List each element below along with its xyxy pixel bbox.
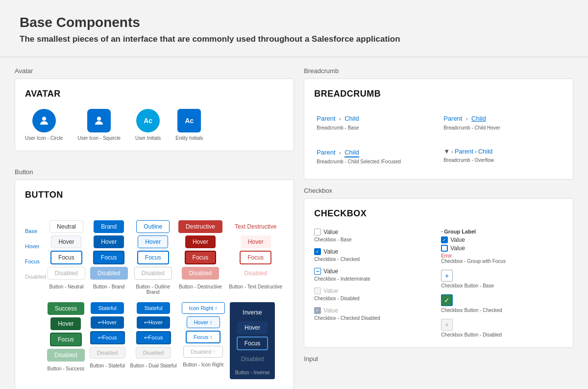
- checkbox-group-value-1: Value: [450, 236, 465, 243]
- input-section-label: Input: [304, 355, 573, 363]
- checkbox-button-checked[interactable]: ✓: [441, 294, 453, 306]
- btn-icon-right-hover[interactable]: Hover ↑: [187, 316, 220, 328]
- breadcrumb-card-title: BREADCRUMB: [314, 89, 563, 99]
- button-success-col: Success Hover Focus Disabled Button - Su…: [47, 302, 85, 371]
- btn-brand-focus[interactable]: Focus: [93, 251, 125, 264]
- btn-inverse-hover[interactable]: Hover: [237, 321, 268, 334]
- breadcrumb-parent-link-3[interactable]: Parent: [317, 149, 335, 156]
- btn-success-label: Button - Success: [48, 366, 85, 371]
- btn-inverse-label: Button - Inverse: [235, 370, 270, 375]
- btn-destructive-base[interactable]: Destructive: [178, 220, 222, 233]
- checkbox-checked-disabled-sublabel: Checkbox - Checked Disabled: [314, 315, 436, 321]
- breadcrumb-child-link-2[interactable]: Child: [471, 115, 486, 122]
- button-stateful-col: Stateful ↩Hover ↩Focus Disabled Button -…: [90, 302, 125, 368]
- breadcrumb-parent-link-4[interactable]: Parent: [455, 148, 473, 155]
- checkbox-left-col: Value Checkbox - Base ✓ Value Checkbox -…: [314, 229, 436, 337]
- input-section-label-wrapper: Input: [304, 355, 573, 363]
- checkbox-button-checked-sublabel: Checkbox Button - Checked: [441, 308, 563, 313]
- btn-text-dest-base[interactable]: Text Destructive: [227, 220, 284, 233]
- btn-stateful-hover[interactable]: ↩Hover: [91, 316, 124, 329]
- btn-stateful-disabled: Disabled: [90, 347, 125, 359]
- checkbox-card: CHECKBOX Value Checkbox - Base: [304, 198, 573, 348]
- btn-inverse-focus[interactable]: Focus: [237, 337, 269, 350]
- svg-point-0: [42, 117, 46, 121]
- btn-text-dest-focus[interactable]: Focus: [240, 251, 271, 264]
- btn-outline-base[interactable]: Outline: [136, 220, 170, 233]
- breadcrumb-child-hover-label: Breadcrumb - Child Hover: [443, 125, 561, 130]
- checkbox-group-sublabel: Checkbox - Group with Focus: [441, 259, 563, 264]
- page-title: Base Components: [20, 15, 568, 30]
- checkbox-group-checked[interactable]: ✓: [441, 236, 448, 243]
- avatar-item-initials: Ac User Initials: [135, 109, 161, 141]
- button-bottom-row: Success Hover Focus Disabled Button - Su…: [25, 302, 284, 379]
- btn-icon-right-focus[interactable]: Focus ↑: [186, 331, 220, 343]
- btn-success-base[interactable]: Success: [48, 302, 84, 315]
- checkbox-disabled-label: Value: [323, 287, 338, 294]
- btn-text-dest-hover[interactable]: Hover: [241, 235, 271, 248]
- btn-brand-disabled: Disabled: [90, 267, 128, 280]
- button-icon-right-col: Icon Right ↑ Hover ↑ Focus ↑ Disabled ↑ …: [182, 302, 225, 367]
- breadcrumb-base-label: Breadcrumb - Base: [317, 125, 434, 130]
- button-state-labels: Base Hover Focus Disabled: [25, 224, 43, 283]
- btn-stateful-base[interactable]: Stateful: [91, 302, 123, 314]
- btn-success-disabled: Disabled: [47, 349, 85, 362]
- btn-stateful-label: Button - Stateful: [90, 363, 125, 368]
- btn-icon-right-base[interactable]: Icon Right ↑: [182, 302, 225, 314]
- btn-destructive-disabled: Disabled: [182, 267, 220, 280]
- btn-icon-right-disabled: Disabled ↑: [183, 346, 223, 358]
- btn-neutral-base[interactable]: Neutral: [49, 220, 83, 233]
- btn-dual-stateful-disabled: Disabled: [136, 347, 172, 359]
- checkbox-base-label: Value: [323, 229, 338, 235]
- btn-success-focus[interactable]: Focus: [50, 333, 82, 346]
- button-destructive-col: Destructive Hover Focus Disabled Button …: [178, 210, 222, 289]
- page-header: Base Components The smallest pieces of a…: [0, 0, 588, 57]
- btn-destructive-hover[interactable]: Hover: [185, 235, 216, 248]
- state-focus: Focus: [25, 255, 43, 268]
- checkbox-group-value-2: Value: [450, 245, 465, 252]
- btn-inverse-base[interactable]: Inverse: [235, 306, 269, 319]
- button-top-row: Base Hover Focus Disabled Neutral Hover …: [25, 210, 284, 295]
- btn-dual-stateful-base[interactable]: Stateful: [137, 302, 170, 314]
- breadcrumb-overflow-label: Breadcrumb - Overflow: [443, 157, 561, 163]
- btn-text-dest-disabled: Disabled: [237, 267, 274, 280]
- checkbox-checked[interactable]: ✓: [314, 248, 321, 255]
- checkbox-disabled: [314, 287, 321, 294]
- checkbox-group-label: · Group Label: [441, 229, 563, 234]
- btn-success-hover[interactable]: Hover: [50, 317, 81, 330]
- checkbox-indeterminate[interactable]: −: [314, 268, 321, 275]
- breadcrumb-arrow-4: ›: [451, 149, 453, 155]
- breadcrumb-child-link-1[interactable]: Child: [344, 115, 359, 122]
- checkbox-group-error: Error: [441, 253, 563, 259]
- breadcrumb-arrow-2: ›: [466, 116, 468, 122]
- checkbox-button-base-item: + Checkbox Button - Base: [441, 270, 563, 288]
- breadcrumb-child-selected-link[interactable]: Child: [344, 149, 359, 157]
- checkbox-group-focused[interactable]: [441, 245, 448, 252]
- breadcrumb-parent-link-1[interactable]: Parent: [317, 115, 335, 122]
- checkbox-base[interactable]: [314, 229, 321, 235]
- checkbox-checked-item: ✓ Value Checkbox - Checked: [314, 248, 436, 262]
- breadcrumb-child-link-4[interactable]: Child: [478, 148, 493, 155]
- btn-outline-label: Button - Outline Brand: [133, 284, 173, 295]
- btn-brand-hover[interactable]: Hover: [94, 235, 124, 248]
- btn-neutral-focus[interactable]: Focus: [50, 251, 82, 264]
- btn-destructive-focus[interactable]: Focus: [185, 251, 217, 264]
- btn-stateful-focus[interactable]: ↩Focus: [90, 331, 125, 344]
- button-outline-col: Outline Hover Focus Disabled Button - Ou…: [133, 210, 173, 295]
- btn-brand-base[interactable]: Brand: [94, 220, 124, 233]
- checkbox-right-col: · Group Label ✓ Value Value Error Checkb…: [441, 229, 563, 337]
- checkbox-button-base[interactable]: +: [441, 270, 453, 282]
- breadcrumb-parent-link-2[interactable]: Parent: [443, 115, 462, 122]
- avatar-item-user-circle: User Icon - Circle: [25, 109, 63, 141]
- breadcrumb-child-hover: Parent › Child Breadcrumb - Child Hover: [441, 109, 563, 135]
- btn-outline-hover[interactable]: Hover: [138, 235, 168, 248]
- btn-dual-stateful-focus[interactable]: ↩Focus: [136, 331, 171, 344]
- user-initials-avatar: Ac: [136, 109, 160, 132]
- button-text-destructive-col: Text Destructive Hover Focus Disabled Bu…: [227, 210, 284, 289]
- btn-dual-stateful-hover[interactable]: ↩Hover: [137, 316, 170, 329]
- checkbox-section-wrapper: Checkbox CHECKBOX Value Checkbox - Base: [304, 187, 573, 348]
- breadcrumb-overflow: ▼ › Parent › Child Breadcrumb - Overflow: [441, 143, 563, 169]
- btn-neutral-hover[interactable]: Hover: [51, 235, 81, 248]
- btn-outline-focus[interactable]: Focus: [137, 251, 169, 264]
- checkbox-indeterminate-label: Value: [323, 268, 338, 275]
- checkbox-disabled-sublabel: Checkbox - Disabled: [314, 296, 436, 301]
